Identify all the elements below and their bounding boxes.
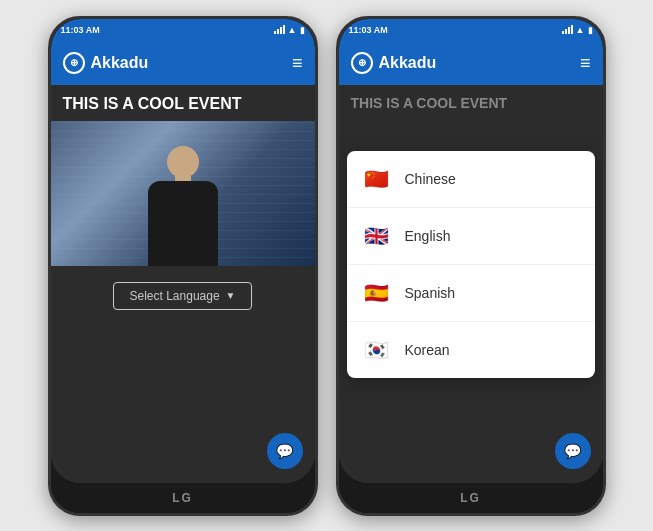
speaker-silhouette (143, 136, 223, 266)
hamburger-menu-1[interactable]: ≡ (292, 54, 303, 72)
signal-bar-3 (280, 27, 282, 34)
chat-fab-icon-2: 💬 (564, 443, 581, 459)
status-icons-1: ▲ ▮ (274, 25, 305, 35)
select-language-button[interactable]: Select Language ▼ (113, 282, 253, 310)
phones-container: 11:03 AM ▲ ▮ ⊕ Akkadu (48, 16, 606, 516)
language-option-korean[interactable]: 🇰🇷 Korean (347, 322, 595, 378)
person-head (167, 146, 199, 178)
battery-icon-2: ▮ (588, 25, 593, 35)
korean-label: Korean (405, 342, 450, 358)
signal-bar-2-3 (568, 27, 570, 34)
phone-1-screen: 11:03 AM ▲ ▮ ⊕ Akkadu (51, 19, 315, 483)
wifi-icon-1: ▲ (288, 25, 297, 35)
wifi-icon-2: ▲ (576, 25, 585, 35)
phone-2-screen: 11:03 AM ▲ ▮ ⊕ Akkadu (339, 19, 603, 483)
status-time-2: 11:03 AM (349, 25, 388, 35)
english-flag: 🇬🇧 (363, 222, 391, 250)
lg-logo-2: LG (460, 491, 481, 505)
phone-1: 11:03 AM ▲ ▮ ⊕ Akkadu (48, 16, 318, 516)
event-image-1 (51, 121, 315, 266)
event-title-2: THIS IS A COOL EVENT (339, 85, 603, 119)
status-bar-2: 11:03 AM ▲ ▮ (339, 19, 603, 41)
signal-bars-1 (274, 25, 285, 34)
spanish-label: Spanish (405, 285, 456, 301)
app-name-1: Akkadu (91, 54, 149, 72)
battery-icon-1: ▮ (300, 25, 305, 35)
chinese-flag: 🇨🇳 (363, 165, 391, 193)
app-name-2: Akkadu (379, 54, 437, 72)
chat-fab-1[interactable]: 💬 (267, 433, 303, 469)
phone-bottom-1: LG (51, 483, 315, 513)
signal-bar-1 (274, 31, 276, 34)
app-bar-1: ⊕ Akkadu ≡ (51, 41, 315, 85)
signal-bar-2-2 (565, 29, 567, 34)
language-dropdown: 🇨🇳 Chinese 🇬🇧 English 🇪🇸 Spanish 🇰🇷 Kore… (347, 151, 595, 378)
akkadu-logo-icon-1: ⊕ (63, 52, 85, 74)
language-option-english[interactable]: 🇬🇧 English (347, 208, 595, 265)
event-title-1: THIS IS A COOL EVENT (51, 85, 315, 121)
hamburger-menu-2[interactable]: ≡ (580, 54, 591, 72)
signal-bar-2-1 (562, 31, 564, 34)
signal-bar-2-4 (571, 25, 573, 34)
language-option-spanish[interactable]: 🇪🇸 Spanish (347, 265, 595, 322)
chat-fab-icon-1: 💬 (276, 443, 293, 459)
app-bar-2: ⊕ Akkadu ≡ (339, 41, 603, 85)
phone-2: 11:03 AM ▲ ▮ ⊕ Akkadu (336, 16, 606, 516)
signal-bar-4 (283, 25, 285, 34)
status-icons-2: ▲ ▮ (562, 25, 593, 35)
status-time-1: 11:03 AM (61, 25, 100, 35)
spanish-flag: 🇪🇸 (363, 279, 391, 307)
status-bar-1: 11:03 AM ▲ ▮ (51, 19, 315, 41)
english-label: English (405, 228, 451, 244)
korean-flag: 🇰🇷 (363, 336, 391, 364)
select-language-label: Select Language (130, 289, 220, 303)
lg-logo-1: LG (172, 491, 193, 505)
signal-bars-2 (562, 25, 573, 34)
signal-bar-2 (277, 29, 279, 34)
dropdown-arrow-icon: ▼ (226, 290, 236, 301)
screen-content-2: THIS IS A COOL EVENT 🇨🇳 Chinese 🇬🇧 Engli… (339, 85, 603, 483)
chinese-label: Chinese (405, 171, 456, 187)
person-body (148, 181, 218, 266)
app-logo-2: ⊕ Akkadu (351, 52, 437, 74)
screen-content-1: THIS IS A COOL EVENT Select Language ▼ (51, 85, 315, 483)
language-option-chinese[interactable]: 🇨🇳 Chinese (347, 151, 595, 208)
chat-fab-2[interactable]: 💬 (555, 433, 591, 469)
app-logo-1: ⊕ Akkadu (63, 52, 149, 74)
phone-bottom-2: LG (339, 483, 603, 513)
akkadu-logo-icon-2: ⊕ (351, 52, 373, 74)
